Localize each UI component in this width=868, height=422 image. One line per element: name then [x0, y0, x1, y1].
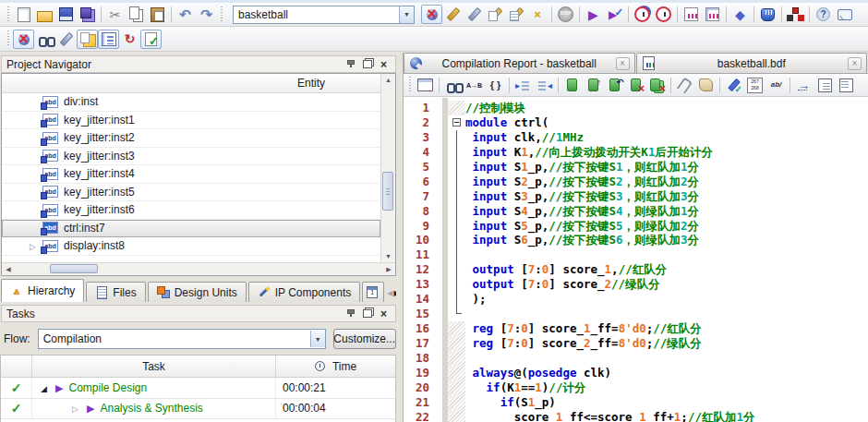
next-bookmark-icon[interactable]	[583, 76, 604, 95]
simulation-run-icon[interactable]	[702, 5, 723, 24]
float-icon[interactable]	[360, 307, 374, 320]
partition-planner-icon[interactable]	[785, 5, 806, 24]
find-icon[interactable]	[442, 76, 464, 95]
code-line[interactable]: input S1_p,//按下按键S1，则红队加1分	[465, 160, 868, 175]
start-compilation-window-icon[interactable]	[421, 5, 442, 24]
code-line[interactable]: input S2_p,//按下按键S2，则红队加2分	[465, 175, 868, 189]
pin-icon[interactable]	[344, 58, 357, 71]
entity-column-header[interactable]: Entity	[2, 74, 380, 93]
tab-ip-components[interactable]: IP Components	[248, 282, 361, 302]
device-icon[interactable]: +	[527, 5, 549, 24]
tab-scroll-right-icon[interactable]	[393, 283, 396, 302]
save-all-icon[interactable]	[77, 5, 98, 24]
task-name-cell[interactable]: Compile Design	[32, 378, 276, 398]
tree-horizontal-scrollbar[interactable]	[2, 262, 395, 275]
delete-all-bookmarks-icon[interactable]	[646, 76, 668, 95]
toolbar-drag-handle[interactable]	[7, 6, 9, 23]
edit-assignment-icon[interactable]	[55, 30, 77, 49]
project-combobox[interactable]: basketball	[233, 6, 415, 24]
assignment-editor-icon[interactable]	[442, 5, 464, 24]
fold-collapse-icon[interactable]	[452, 118, 461, 127]
previous-bookmark-icon[interactable]	[604, 76, 625, 95]
feedback-icon[interactable]	[834, 5, 855, 24]
stop-icon[interactable]: STOP	[555, 5, 576, 24]
goto-icon[interactable]: →	[793, 76, 814, 95]
scrollbar-thumb[interactable]	[382, 172, 393, 211]
status-column-header[interactable]	[1, 356, 32, 377]
code-line[interactable]	[465, 307, 868, 321]
attachment-icon[interactable]	[674, 76, 695, 95]
code-line[interactable]: input S4_p,//按下按键S4，则绿队加1分	[465, 204, 868, 219]
line-numbers-icon[interactable]: 267 268	[744, 76, 766, 95]
code-line[interactable]: if(K1==1)//计分	[465, 380, 868, 395]
code-line[interactable]: //控制模块	[465, 101, 868, 115]
paste-icon[interactable]	[147, 5, 168, 24]
signaltap-icon[interactable]	[757, 5, 778, 24]
code-line[interactable]: score_1_ff<=score_1_ff+1;//红队加1分	[465, 410, 868, 422]
scroll-down-icon[interactable]	[381, 250, 395, 262]
indent-icon[interactable]	[512, 76, 534, 95]
matching-brace-icon[interactable]: { }	[485, 76, 506, 95]
task-row[interactable]: Compile Design00:00:21	[1, 378, 395, 399]
task-column-header[interactable]: Task	[32, 356, 276, 377]
code-text-area[interactable]: //控制模块module ctrl( input clk,//1MHz inpu…	[465, 98, 868, 422]
notes-icon[interactable]	[77, 30, 98, 49]
tab-scroll-left-icon[interactable]	[387, 283, 392, 302]
code-line[interactable]: input clk,//1MHz	[465, 130, 868, 145]
collapse-icon[interactable]	[41, 381, 54, 394]
close-icon[interactable]	[377, 307, 391, 320]
code-line[interactable]: input K1,//向上拨动拨动开关K1后开始计分	[465, 145, 868, 160]
report-window-icon[interactable]	[140, 30, 162, 49]
tab-hierarchy[interactable]: Hierarchy	[1, 279, 84, 302]
time-column-header[interactable]: Time	[276, 356, 395, 377]
task-name-cell[interactable]: Analysis & Synthesis	[32, 399, 276, 419]
chevron-down-icon[interactable]	[310, 331, 325, 347]
tree-item[interactable]: abdkey_jitter:inst1	[2, 112, 380, 130]
compile-design-icon[interactable]	[13, 30, 34, 49]
code-line[interactable]: input S3_p,//按下按键S3，则红队加3分	[465, 189, 868, 204]
scroll-up-icon[interactable]	[381, 74, 395, 86]
code-line[interactable]: always@(posedge clk)	[465, 366, 868, 380]
simulation-icon[interactable]	[681, 5, 702, 24]
tree-item[interactable]: abdkey_jitter:inst3	[2, 148, 380, 166]
code-line[interactable]: module ctrl(	[465, 115, 868, 130]
tree-item[interactable]: abddiv:inst	[2, 93, 380, 112]
code-line[interactable]: output [7:0] score_2//绿队分	[465, 277, 868, 292]
comment-icon[interactable]: ab/	[766, 76, 787, 95]
messages-window-icon[interactable]	[98, 30, 119, 49]
tree-item[interactable]: abdkey_jitter:inst6	[2, 201, 380, 220]
analyze-file-icon[interactable]	[723, 76, 744, 95]
tree-item[interactable]: abdkey_jitter:inst2	[2, 129, 380, 148]
toolbar-drag-handle[interactable]	[221, 6, 223, 23]
code-line[interactable]: output [7:0] score_1,//红队分	[465, 262, 868, 277]
fold-all-icon[interactable]	[814, 76, 836, 95]
tree-item[interactable]: abdctrl:inst7	[2, 220, 380, 238]
code-line[interactable]: input S5_p,//按下按键S5，则绿队加2分	[465, 219, 868, 234]
fold-margin-cell[interactable]	[448, 115, 465, 130]
code-editor[interactable]: 12345678910111213141516171819202122 //控制…	[404, 98, 868, 422]
tab-design-units[interactable]: Design Units	[148, 282, 247, 302]
tree-item[interactable]: abddisplay:inst8	[2, 237, 380, 256]
tree-vertical-scrollbar[interactable]	[380, 74, 395, 262]
settings-icon[interactable]	[485, 5, 506, 24]
scroll-right-icon[interactable]	[382, 263, 395, 275]
unfold-all-icon[interactable]	[836, 76, 857, 95]
code-line[interactable]	[465, 247, 868, 262]
tab-files[interactable]: Files	[86, 282, 145, 302]
start-analysis-synthesis-icon[interactable]: ▶	[604, 5, 625, 24]
close-tab-icon[interactable]	[848, 57, 862, 70]
copy-icon[interactable]	[126, 5, 147, 24]
editor-tab[interactable]: basketball.bdf	[636, 53, 868, 73]
flow-combobox[interactable]: Compilation	[38, 329, 326, 349]
expand-icon[interactable]	[72, 402, 85, 415]
refresh-icon[interactable]: ↻	[119, 30, 140, 49]
redo-icon[interactable]: ↷	[196, 5, 217, 24]
code-line[interactable]: if(S1_p)	[465, 395, 868, 410]
close-icon[interactable]	[377, 58, 391, 71]
scrollbar-thumb[interactable]	[50, 264, 98, 273]
open-file-icon[interactable]	[34, 5, 55, 24]
tab-revisions[interactable]: 1	[362, 282, 384, 302]
pin-planner-icon[interactable]	[464, 5, 485, 24]
unindent-icon[interactable]	[534, 76, 555, 95]
programmer-icon[interactable]: ◆	[729, 5, 751, 24]
